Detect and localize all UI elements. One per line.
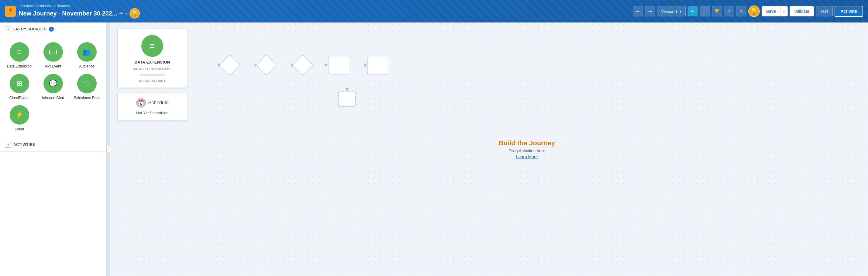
save-dropdown-button[interactable]: ▾ [780,6,788,17]
settings-button[interactable]: ⚙ [736,6,746,17]
salesforce-data-label: Salesforce Data [74,96,100,101]
collapse-sidebar-icon[interactable]: ‹ [106,146,110,153]
tips-bulb-button[interactable]: 💡 [748,5,760,17]
breadcrumb: Journeys Dashboard > Journey [19,4,140,8]
svg-rect-11 [329,56,350,74]
svg-marker-13 [345,88,349,92]
svg-rect-2 [219,55,240,75]
svg-rect-5 [256,55,277,75]
save-group: Save ▾ [762,6,788,17]
page-title: New Journey - November 30 202... [19,10,117,17]
data-extension-label: Data Extension [7,64,32,69]
breadcrumb-parent[interactable]: Journeys Dashboard [19,4,53,8]
api-event-icon: {…} [43,42,63,62]
version-chevron-icon: ▾ [680,9,682,14]
edit-title-icon[interactable]: ✏ [119,11,123,16]
entry-sources-grid: ≡ Data Extension {…} API Event 👥 Audienc… [0,36,106,138]
entry-sources-section-header: ∨ ENTRY SOURCES i [0,23,106,36]
sidebar-item-event[interactable]: ⚡ Event [5,105,34,132]
svg-marker-16 [364,63,368,67]
sidebar: ∨ ENTRY SOURCES i ≡ Data Extension {…} A… [0,23,106,276]
entry-sources-collapse-button[interactable]: ∨ [5,26,11,32]
data-extension-card[interactable]: ≡ DATA EXTENSION DATA EXTENSION NAME REC… [117,29,187,88]
version-label: Version 1 [661,9,677,14]
svg-rect-17 [368,56,389,74]
version-selector[interactable]: Version 1 ▾ [657,6,685,17]
entry-sources-title: ENTRY SOURCES [13,27,46,31]
cursor-mode-button[interactable]: ⬚ [700,6,710,17]
goal-button[interactable]: 🏆 [712,6,722,17]
data-extension-card-title: DATA EXTENSION [135,60,170,64]
canvas: ≡ DATA EXTENSION DATA EXTENSION NAME REC… [110,23,868,276]
save-button[interactable]: Save [762,6,781,17]
sidebar-item-cloudpages[interactable]: ⊞ CloudPages [5,74,34,101]
svg-marker-10 [324,63,328,67]
data-extension-value-bar [140,74,164,76]
tip-bulb-icon[interactable]: 💡 [129,8,140,19]
data-extension-field-label: DATA EXTENSION NAME [133,67,172,71]
api-event-label: API Event [45,64,61,69]
edit-mode-button[interactable]: ✏ [687,6,698,17]
main-area: ∨ ENTRY SOURCES i ≡ Data Extension {…} A… [0,23,868,276]
schedule-header: 📅 Schedule [136,98,169,108]
entry-cards-column: ≡ DATA EXTENSION DATA EXTENSION NAME REC… [117,29,187,120]
undo-button[interactable]: ↩ [633,6,643,17]
build-journey-subtitle: Drag Activities here [499,148,555,153]
inbound-chat-icon: 💬 [43,74,63,93]
schedule-title: Schedule [148,100,169,105]
test-button[interactable]: Test [816,6,833,17]
schedule-status: Not Yet Scheduled [136,111,169,115]
svg-rect-8 [292,55,313,75]
entry-sources-info-icon[interactable]: i [49,27,54,32]
activities-section-header: ∨ ACTIVITIES [0,138,106,152]
svg-rect-14 [339,92,355,106]
sidebar-item-salesforce-data[interactable]: ♡ Salesforce Data [72,74,101,101]
data-extension-icon: ≡ [10,42,29,62]
expand-icon[interactable]: › [126,11,127,16]
learn-more-link[interactable]: Learn More [516,154,538,159]
schedule-icon: 📅 [136,98,146,108]
redo-button[interactable]: ↪ [645,6,655,17]
flow-diagram [195,41,484,126]
export-button[interactable]: ↗ [724,6,734,17]
schedule-card[interactable]: 📅 Schedule Not Yet Scheduled [117,93,187,120]
data-extension-record-label: RECORD COUNT [139,79,166,83]
header-title-block: Journeys Dashboard > Journey New Journey… [19,4,140,19]
validate-button[interactable]: Validate [789,6,814,17]
breadcrumb-current: Journey [57,4,70,8]
event-icon: ⚡ [10,105,29,125]
header-controls: ↩ ↪ Version 1 ▾ ✏ ⬚ 🏆 ↗ ⚙ 💡 Save ▾ Valid… [633,5,863,17]
activities-title: ACTIVITIES [13,143,35,147]
build-journey-overlay: Build the Journey Drag Activities here L… [499,139,555,160]
activate-button[interactable]: Activate [835,6,863,17]
sidebar-item-inbound-chat[interactable]: 💬 Inbound Chat [39,74,67,101]
header: 📍 Journeys Dashboard > Journey New Journ… [0,0,868,23]
cloudpages-label: CloudPages [9,96,29,101]
activities-collapse-button[interactable]: ∨ [5,142,11,148]
salesforce-data-icon: ♡ [77,74,97,93]
breadcrumb-separator: > [54,4,56,8]
data-extension-card-icon: ≡ [141,35,163,57]
sidebar-item-api-event[interactable]: {…} API Event [39,42,67,69]
cloudpages-icon: ⊞ [10,74,29,93]
logo-icon: 📍 [5,6,16,17]
sidebar-divider[interactable]: ‹ [106,23,110,276]
header-left: 📍 Journeys Dashboard > Journey New Journ… [5,4,633,19]
sidebar-item-audience[interactable]: 👥 Audience [72,42,101,69]
audience-icon: 👥 [77,42,97,62]
build-journey-title: Build the Journey [499,139,555,147]
audience-label: Audience [79,64,94,69]
title-row: New Journey - November 30 202... ✏ › 💡 [19,8,140,19]
inbound-chat-label: Inbound Chat [42,96,64,101]
sidebar-item-data-extension[interactable]: ≡ Data Extension [5,42,34,69]
event-label: Event [14,127,24,132]
